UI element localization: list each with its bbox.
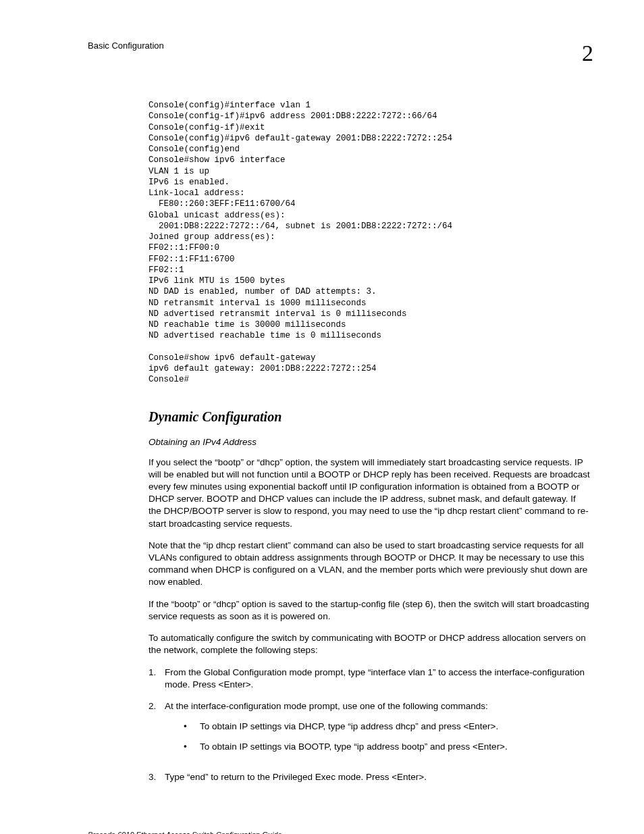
step-text: From the Global Configuration mode promp… — [165, 667, 593, 691]
step-number: 2. — [149, 700, 165, 762]
paragraph: Note that the “ip dhcp restart client” c… — [149, 540, 590, 589]
bullet-text: To obtain IP settings via BOOTP, type “i… — [200, 741, 508, 753]
header-title: Basic Configuration — [88, 41, 164, 51]
step-item: 1. From the Global Configuration mode pr… — [149, 667, 593, 691]
ordered-steps: 1. From the Global Configuration mode pr… — [149, 667, 593, 783]
paragraph: If you select the “bootp” or “dhcp” opti… — [149, 457, 590, 530]
paragraph: If the “bootp” or “dhcp” option is saved… — [149, 598, 590, 623]
bullet-icon: • — [184, 741, 200, 753]
bullet-icon: • — [184, 721, 200, 733]
step-number: 3. — [149, 771, 165, 783]
document-page: Basic Configuration 2 Console(config)#in… — [0, 0, 644, 834]
console-output: Console(config)#interface vlan 1 Console… — [149, 100, 593, 386]
footer-left: Brocade 6910 Ethernet Access Switch Conf… — [88, 831, 282, 834]
paragraph: To automatically configure the switch by… — [149, 632, 590, 656]
step-text: Type “end” to return to the Privileged E… — [165, 771, 593, 783]
step-item: 2. At the interface-configuration mode p… — [149, 700, 593, 762]
bullet-list: • To obtain IP settings via DHCP, type “… — [165, 721, 593, 753]
subsection-heading: Obtaining an IPv4 Address — [149, 437, 593, 447]
section-heading: Dynamic Configuration — [149, 409, 593, 425]
doc-title: Brocade 6910 Ethernet Access Switch Conf… — [88, 831, 282, 834]
chapter-number: 2 — [582, 41, 593, 66]
bullet-item: • To obtain IP settings via BOOTP, type … — [184, 741, 593, 753]
bullet-item: • To obtain IP settings via DHCP, type “… — [184, 721, 593, 733]
page-footer: Brocade 6910 Ethernet Access Switch Conf… — [51, 831, 593, 834]
step-text: At the interface-configuration mode prom… — [165, 700, 593, 762]
step-text-content: At the interface-configuration mode prom… — [165, 701, 488, 711]
bullet-text: To obtain IP settings via DHCP, type “ip… — [200, 721, 498, 733]
step-item: 3. Type “end” to return to the Privilege… — [149, 771, 593, 783]
step-number: 1. — [149, 667, 165, 691]
page-header: Basic Configuration 2 — [51, 41, 593, 66]
